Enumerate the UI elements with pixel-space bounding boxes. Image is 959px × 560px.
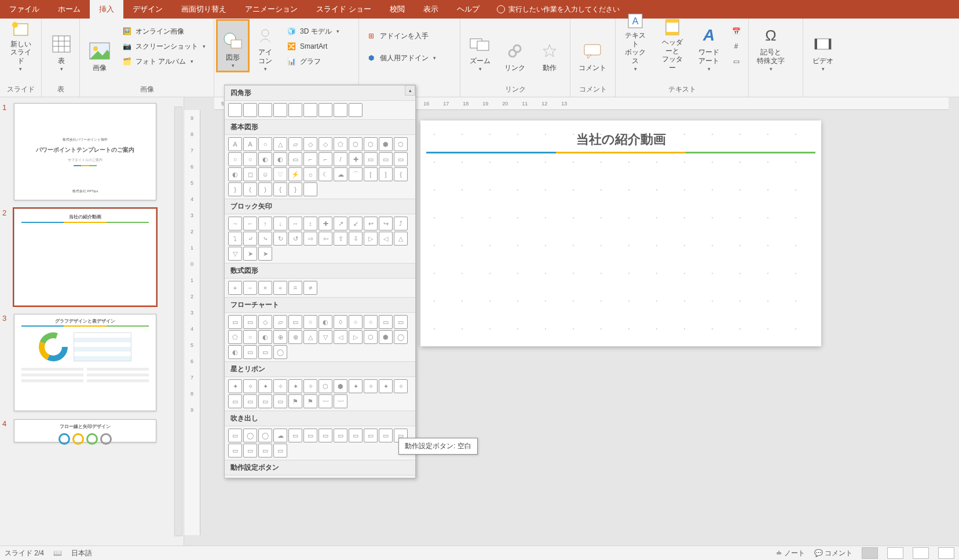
shape-option[interactable]: ◊: [334, 315, 347, 329]
shape-option[interactable]: ▭: [243, 394, 257, 408]
shape-option[interactable]: 〰: [334, 394, 347, 408]
shape-option[interactable]: ↑: [258, 217, 272, 230]
shape-option[interactable]: {: [273, 182, 287, 196]
shape-option[interactable]: ▭: [228, 315, 242, 329]
shape-option[interactable]: ▭: [364, 152, 378, 166]
shape-option[interactable]: ⊗: [288, 330, 302, 344]
slide-thumbnail-4[interactable]: フロー線と矢印デザイン: [14, 419, 156, 442]
shape-option[interactable]: ○: [364, 315, 378, 329]
online-pictures-button[interactable]: 🖼️オンライン画像: [118, 24, 209, 38]
shape-option[interactable]: {: [394, 167, 408, 181]
shape-option[interactable]: ▷: [349, 330, 363, 344]
shape-option[interactable]: A: [228, 137, 242, 151]
shape-option[interactable]: ↓: [273, 217, 287, 230]
shape-option[interactable]: ◐: [258, 330, 272, 344]
shape-option[interactable]: ▭: [243, 444, 257, 457]
shape-option[interactable]: ○: [243, 330, 257, 344]
shape-option[interactable]: △: [394, 232, 408, 246]
shape-option[interactable]: /: [334, 152, 347, 166]
shape-option[interactable]: ⇧: [334, 232, 347, 246]
shape-option[interactable]: ≠: [303, 281, 317, 295]
shape-option[interactable]: ○: [258, 137, 272, 151]
shape-option[interactable]: ⬡: [319, 379, 332, 393]
gallery-scroll-up[interactable]: ▴: [405, 85, 415, 96]
slideshow-view-button[interactable]: [938, 547, 954, 559]
shape-option[interactable]: ⌐: [319, 152, 332, 166]
shape-option[interactable]: ▭: [273, 444, 287, 457]
shape-option[interactable]: ◇: [258, 315, 272, 329]
shape-option[interactable]: ○: [243, 152, 257, 166]
shape-option[interactable]: ▭: [334, 429, 347, 442]
shape-option[interactable]: ✧: [303, 379, 317, 393]
shape-option[interactable]: ◇: [319, 137, 332, 151]
shape-option[interactable]: ✦: [228, 379, 242, 393]
shape-option[interactable]: ▭: [303, 429, 317, 442]
shape-option[interactable]: ✧: [243, 379, 257, 393]
shape-option[interactable]: ↕: [303, 217, 317, 230]
shape-option[interactable]: ⬡: [394, 137, 408, 151]
shape-option[interactable]: ⬠: [334, 137, 347, 151]
shape-option[interactable]: [319, 103, 332, 117]
shape-option[interactable]: ☼: [303, 167, 317, 181]
shape-option[interactable]: ✧: [273, 379, 287, 393]
shape-option[interactable]: [303, 103, 317, 117]
shape-option[interactable]: ◯: [258, 429, 272, 442]
shape-option[interactable]: →: [228, 217, 242, 230]
shape-option[interactable]: ↺: [288, 232, 302, 246]
shape-option[interactable]: [258, 103, 272, 117]
shape-option[interactable]: ▭: [273, 394, 287, 408]
shape-option[interactable]: ➤: [258, 247, 272, 261]
shape-option[interactable]: ⤵: [228, 232, 242, 246]
shape-option[interactable]: ▭: [228, 394, 242, 408]
tab-animations[interactable]: アニメーション: [236, 0, 307, 19]
shape-option[interactable]: ▭: [319, 429, 332, 442]
shape-option[interactable]: ○: [349, 315, 363, 329]
shape-option[interactable]: A: [243, 137, 257, 151]
shape-option[interactable]: ▭: [243, 345, 257, 359]
shape-option[interactable]: ×: [258, 281, 272, 295]
tab-design[interactable]: デザイン: [123, 0, 172, 19]
shape-option[interactable]: ⬠: [228, 330, 242, 344]
header-footer-button[interactable]: ヘッダーと フッター: [654, 21, 690, 74]
slide-indicator[interactable]: スライド 2/4: [5, 548, 44, 558]
smartart-button[interactable]: 🔀SmartArt: [283, 39, 343, 53]
shape-option[interactable]: ▱: [273, 315, 287, 329]
shape-option[interactable]: ]: [379, 167, 393, 181]
shape-option[interactable]: ◐: [258, 152, 272, 166]
shape-option[interactable]: ✚: [349, 152, 363, 166]
shape-option[interactable]: ⚡: [288, 167, 302, 181]
shape-option[interactable]: [303, 182, 317, 196]
shape-option[interactable]: ☺: [258, 167, 272, 181]
slide-thumbnail-1[interactable]: 株式会社パワーポイント御中 パワーポイントテンプレートのご案内 サブタイトルのご…: [14, 103, 156, 200]
normal-view-button[interactable]: [862, 547, 878, 559]
shape-option[interactable]: ▭: [228, 429, 242, 442]
tab-insert[interactable]: 挿入: [90, 0, 123, 19]
shape-option[interactable]: ↗: [334, 217, 347, 230]
shape-option[interactable]: }: [288, 182, 302, 196]
table-button[interactable]: 表: [45, 21, 78, 74]
shape-option[interactable]: ↻: [273, 232, 287, 246]
action-button[interactable]: 動作: [533, 21, 566, 74]
shape-option[interactable]: [: [364, 167, 378, 181]
shape-option[interactable]: ⚑: [288, 394, 302, 408]
shape-option[interactable]: ▭: [258, 394, 272, 408]
tab-slideshow[interactable]: スライド ショー: [307, 0, 380, 19]
shape-option[interactable]: ◁: [334, 330, 347, 344]
shape-option[interactable]: ✧: [364, 379, 378, 393]
shape-option[interactable]: ☁: [334, 167, 347, 181]
shape-option[interactable]: ⬡: [364, 137, 378, 151]
shape-option[interactable]: ◻: [243, 167, 257, 181]
shape-option[interactable]: +: [228, 281, 242, 295]
zoom-button[interactable]: ズーム: [464, 21, 496, 74]
current-slide[interactable]: 当社の紹介動画: [420, 120, 821, 346]
shape-option[interactable]: ⊕: [273, 330, 287, 344]
shape-option[interactable]: ⤶: [243, 232, 257, 246]
tell-me-search[interactable]: 実行したい作業を入力してください: [489, 0, 620, 19]
shape-option[interactable]: ✚: [319, 217, 332, 230]
shape-option[interactable]: [228, 103, 242, 117]
new-slide-button[interactable]: 新しい スライド: [3, 21, 38, 74]
icons-button[interactable]: アイコン: [250, 21, 280, 74]
wordart-button[interactable]: Aワード アート: [693, 21, 725, 74]
shape-option[interactable]: ◐: [273, 152, 287, 166]
object-button[interactable]: ▭: [727, 54, 745, 68]
